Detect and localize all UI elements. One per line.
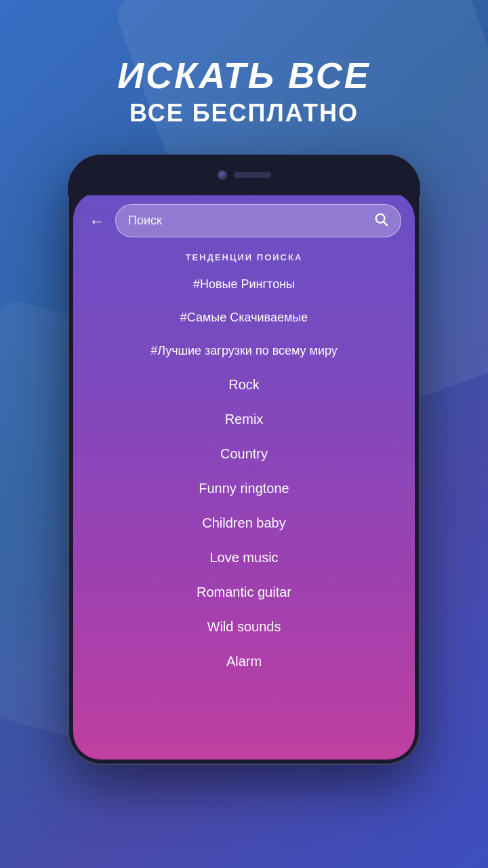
phone-screen: ← Поиск ТЕНДЕНЦИИ ПОИСКА #Новые Рингтоны… bbox=[73, 192, 415, 760]
phone-notch-area bbox=[68, 155, 420, 195]
notch bbox=[183, 163, 305, 187]
trend-item-6[interactable]: Country bbox=[87, 437, 401, 471]
search-input-wrapper[interactable]: Поиск bbox=[115, 204, 401, 237]
phone-container: ← Поиск ТЕНДЕНЦИИ ПОИСКА #Новые Рингтоны… bbox=[0, 155, 488, 765]
trend-item-8[interactable]: Children baby bbox=[87, 506, 401, 540]
svg-line-1 bbox=[384, 222, 387, 225]
trend-item-12[interactable]: Alarm bbox=[87, 644, 401, 679]
trend-item-10[interactable]: Romantic guitar bbox=[87, 575, 401, 610]
trend-item-5[interactable]: Remix bbox=[87, 402, 401, 437]
trends-list: #Новые Рингтоны#Самые Скачиваемые#Лучшие… bbox=[87, 268, 401, 679]
speaker-grille bbox=[234, 172, 271, 178]
trend-item-3[interactable]: #Лучшие загрузки по всему миру bbox=[87, 334, 401, 368]
trend-item-2[interactable]: #Самые Скачиваемые bbox=[87, 301, 401, 334]
trend-item-4[interactable]: Rock bbox=[87, 368, 401, 402]
back-button[interactable]: ← bbox=[87, 212, 107, 231]
headline-sub: ВСЕ БЕСПЛАТНО bbox=[0, 99, 488, 127]
headline-area: ИСКАТЬ ВСЕ ВСЕ БЕСПЛАТНО bbox=[0, 0, 488, 148]
trend-item-11[interactable]: Wild sounds bbox=[87, 610, 401, 644]
search-placeholder: Поиск bbox=[128, 214, 162, 228]
search-bar-row: ← Поиск bbox=[87, 204, 401, 237]
trends-section-label: ТЕНДЕНЦИИ ПОИСКА bbox=[87, 252, 401, 262]
camera-dot bbox=[218, 170, 227, 180]
trend-item-7[interactable]: Funny ringtone bbox=[87, 471, 401, 506]
trend-item-1[interactable]: #Новые Рингтоны bbox=[87, 268, 401, 301]
search-icon[interactable] bbox=[373, 212, 388, 230]
phone-frame: ← Поиск ТЕНДЕНЦИИ ПОИСКА #Новые Рингтоны… bbox=[68, 155, 420, 765]
trend-item-9[interactable]: Love music bbox=[87, 540, 401, 575]
screen-inner: ← Поиск ТЕНДЕНЦИИ ПОИСКА #Новые Рингтоны… bbox=[73, 192, 415, 760]
headline-main: ИСКАТЬ ВСЕ bbox=[0, 54, 488, 96]
